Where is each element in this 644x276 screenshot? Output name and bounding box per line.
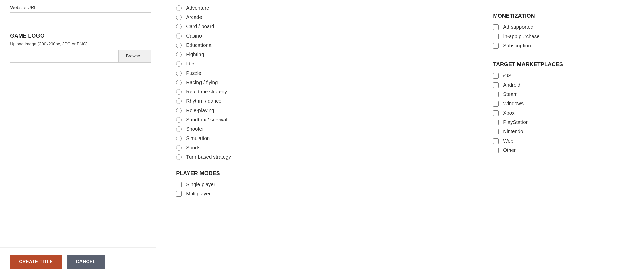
genre-radio-casino[interactable] xyxy=(176,33,182,39)
cancel-button[interactable]: CANCEL xyxy=(67,255,105,269)
list-item: In-app purchase xyxy=(493,33,634,39)
list-item: Idle xyxy=(176,61,463,67)
target-marketplaces-list: iOSAndroidSteamWindowsXboxPlayStationNin… xyxy=(493,73,634,153)
list-item: Sandbox / survival xyxy=(176,117,463,123)
genre-radio-fighting[interactable] xyxy=(176,52,182,57)
player-modes-title: PLAYER MODES xyxy=(176,170,463,177)
list-item: Windows xyxy=(493,101,634,107)
genre-list: AdventureArcadeCard / boardCasinoEducati… xyxy=(176,5,463,160)
genre-label: Casino xyxy=(186,33,202,39)
monetization-label: Subscription xyxy=(503,43,531,49)
genre-radio-racing---flying[interactable] xyxy=(176,80,182,85)
right-column: MONETIZATION Ad-supportedIn-app purchase… xyxy=(483,5,634,200)
genre-radio-simulation[interactable] xyxy=(176,136,182,141)
genre-label: Simulation xyxy=(186,135,210,141)
genre-label: Real-time strategy xyxy=(186,89,227,95)
genre-radio-card---board[interactable] xyxy=(176,24,182,29)
genre-label: Idle xyxy=(186,61,194,67)
list-item: Android xyxy=(493,82,634,88)
browse-button[interactable]: Browse... xyxy=(118,50,151,63)
genre-radio-rhythm---dance[interactable] xyxy=(176,98,182,104)
genre-radio-turn-based-strategy[interactable] xyxy=(176,154,182,160)
genre-label: Role-playing xyxy=(186,108,214,113)
list-item: Shooter xyxy=(176,126,463,132)
list-item: Sports xyxy=(176,145,463,151)
list-item: Rhythm / dance xyxy=(176,98,463,104)
genre-label: Turn-based strategy xyxy=(186,154,231,160)
list-item: Simulation xyxy=(176,135,463,141)
player-mode-label: Single player xyxy=(186,182,215,187)
list-item: Real-time strategy xyxy=(176,89,463,95)
marketplace-checkbox-other[interactable] xyxy=(493,148,499,153)
list-item: Card / board xyxy=(176,24,463,29)
marketplace-checkbox-playstation[interactable] xyxy=(493,120,499,125)
website-url-label: Website URL xyxy=(10,5,151,10)
list-item: Puzzle xyxy=(176,70,463,76)
player-mode-checkbox-multiplayer[interactable] xyxy=(176,191,182,197)
player-mode-checkbox-single-player[interactable] xyxy=(176,182,182,187)
marketplace-checkbox-web[interactable] xyxy=(493,138,499,144)
genre-radio-adventure[interactable] xyxy=(176,5,182,11)
bottom-buttons: CREATE TITLE CANCEL xyxy=(0,247,156,276)
genre-label: Rhythm / dance xyxy=(186,98,221,104)
website-url-input[interactable] xyxy=(10,12,151,25)
monetization-checkbox-subscription[interactable] xyxy=(493,43,499,49)
list-item: Multiplayer xyxy=(176,191,463,197)
genre-radio-puzzle[interactable] xyxy=(176,71,182,76)
genre-label: Fighting xyxy=(186,52,204,57)
genre-radio-educational[interactable] xyxy=(176,43,182,48)
list-item: Single player xyxy=(176,182,463,187)
marketplace-checkbox-ios[interactable] xyxy=(493,73,499,79)
list-item: Educational xyxy=(176,42,463,48)
marketplace-label: Web xyxy=(503,138,513,144)
file-path-input[interactable] xyxy=(10,50,118,63)
monetization-title: MONETIZATION xyxy=(493,13,634,19)
monetization-label: Ad-supported xyxy=(503,24,533,30)
monetization-checkbox-ad-supported[interactable] xyxy=(493,24,499,30)
genre-radio-arcade[interactable] xyxy=(176,15,182,20)
genre-label: Puzzle xyxy=(186,70,201,76)
list-item: Fighting xyxy=(176,52,463,57)
marketplace-checkbox-nintendo[interactable] xyxy=(493,129,499,134)
genre-label: Arcade xyxy=(186,14,202,20)
list-item: Racing / flying xyxy=(176,80,463,85)
marketplace-label: PlayStation xyxy=(503,119,529,125)
list-item: Subscription xyxy=(493,43,634,49)
marketplace-checkbox-xbox[interactable] xyxy=(493,110,499,116)
player-mode-label: Multiplayer xyxy=(186,191,211,197)
file-input-row: Browse... xyxy=(10,50,151,63)
genre-label: Sandbox / survival xyxy=(186,117,227,123)
upload-image-label: Upload image (200x200px, JPG or PNG) xyxy=(10,42,151,47)
list-item: Xbox xyxy=(493,110,634,116)
monetization-checkbox-in-app-purchase[interactable] xyxy=(493,34,499,39)
list-item: Casino xyxy=(176,33,463,39)
marketplace-checkbox-android[interactable] xyxy=(493,82,499,88)
create-title-button[interactable]: CREATE TITLE xyxy=(10,255,62,269)
genre-radio-sports[interactable] xyxy=(176,145,182,151)
genre-label: Sports xyxy=(186,145,201,151)
genre-radio-sandbox---survival[interactable] xyxy=(176,117,182,123)
list-item: Adventure xyxy=(176,5,463,11)
list-item: Role-playing xyxy=(176,108,463,113)
marketplace-label: Android xyxy=(503,82,520,88)
list-item: Other xyxy=(493,147,634,153)
genre-label: Shooter xyxy=(186,126,204,132)
marketplace-checkbox-steam[interactable] xyxy=(493,92,499,97)
genre-radio-role-playing[interactable] xyxy=(176,108,182,113)
genre-radio-idle[interactable] xyxy=(176,61,182,67)
list-item: Turn-based strategy xyxy=(176,154,463,160)
list-item: Nintendo xyxy=(493,129,634,134)
middle-column: AdventureArcadeCard / boardCasinoEducati… xyxy=(166,5,483,200)
marketplace-checkbox-windows[interactable] xyxy=(493,101,499,107)
game-logo-title: GAME LOGO xyxy=(10,32,151,39)
genre-label: Racing / flying xyxy=(186,80,218,85)
genre-label: Adventure xyxy=(186,5,209,11)
list-item: Ad-supported xyxy=(493,24,634,30)
target-marketplaces-title: TARGET MARKETPLACES xyxy=(493,61,634,68)
genre-label: Card / board xyxy=(186,24,214,29)
genre-radio-shooter[interactable] xyxy=(176,126,182,132)
marketplace-label: Steam xyxy=(503,91,518,97)
genre-radio-real-time-strategy[interactable] xyxy=(176,89,182,95)
genre-label: Educational xyxy=(186,42,213,48)
marketplace-label: Other xyxy=(503,147,516,153)
